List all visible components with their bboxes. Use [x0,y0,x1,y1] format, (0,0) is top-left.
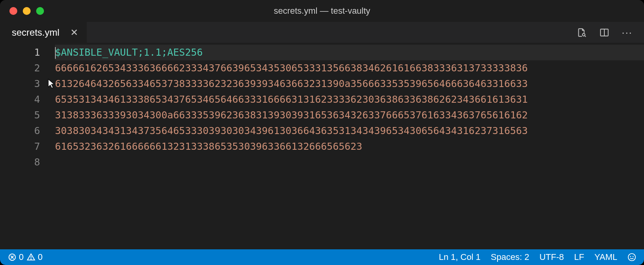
code-token: 6132646432656334653738333362323639393463… [55,78,528,89]
code-line[interactable]: $ANSIBLE_VAULT;1.1;AES256 [55,45,644,60]
code-token: $ANSIBLE_VAULT;1.1;AES256 [55,47,203,58]
warning-count: 0 [38,252,42,262]
line-number: 1 [0,45,40,60]
tab-secrets-yml[interactable]: secrets.yml ✕ [0,22,87,43]
editor-window: secrets.yml — test-vaulty secrets.yml ✕ [0,0,644,265]
warning-icon [27,253,35,261]
status-bar: 0 0 Ln 1, Col 1 Spaces: 2 UTF-8 LF YAML [0,249,644,265]
window-minimize-button[interactable] [23,7,31,15]
tab-bar: secrets.yml ✕ ··· [0,22,644,43]
code-content[interactable]: $ANSIBLE_VAULT;1.1;AES256666661626534333… [55,45,644,249]
status-warnings[interactable]: 0 [27,252,42,262]
line-number: 8 [0,154,40,170]
code-token: 3138333633393034300a66333539623638313930… [55,109,528,121]
status-eol[interactable]: LF [574,252,584,262]
code-line[interactable]: 3038303434313437356465333039303034396130… [55,123,644,139]
status-feedback-icon[interactable] [628,253,636,261]
tab-label: secrets.yml [12,27,59,38]
code-token: 6666616265343336366662333437663965343530… [55,62,528,74]
line-number: 7 [0,139,40,154]
line-number: 2 [0,60,40,76]
code-line[interactable]: 3138333633393034300a66333539623638313930… [55,107,644,123]
code-line[interactable] [55,154,644,170]
code-line[interactable]: 6132646432656334653738333362323639393463… [55,76,644,92]
line-number: 3 [0,76,40,92]
line-number-gutter: 12345678 [0,45,55,249]
more-actions-icon[interactable]: ··· [621,27,633,38]
line-number: 4 [0,92,40,107]
split-editor-icon[interactable] [598,27,610,38]
line-number: 6 [0,123,40,139]
tab-actions: ··· [576,22,644,43]
traffic-lights [0,7,44,15]
status-errors[interactable]: 0 [8,252,24,262]
line-number: 5 [0,107,40,123]
code-token: 6165323632616666661323133386535303963366… [55,141,362,152]
code-token: 3038303434313437356465333039303034396130… [55,125,528,136]
window-maximize-button[interactable] [36,7,44,15]
code-line[interactable]: 6535313434613338653437653465646633316666… [55,92,644,107]
status-encoding[interactable]: UTF-8 [540,252,564,262]
window-close-button[interactable] [9,7,17,15]
svg-point-8 [628,254,635,261]
error-icon [8,253,16,261]
code-token: 6535313434613338653437653465646633316666… [55,94,528,105]
close-icon[interactable]: ✕ [70,28,78,37]
titlebar: secrets.yml — test-vaulty [0,0,644,22]
svg-point-7 [31,259,31,259]
status-indentation[interactable]: Spaces: 2 [491,252,529,262]
smile-icon [628,253,636,261]
svg-point-0 [582,33,585,36]
code-line[interactable]: 6165323632616666661323133386535303963366… [55,139,644,154]
code-editor[interactable]: 12345678 $ANSIBLE_VAULT;1.1;AES256666661… [0,43,644,249]
code-line[interactable]: 6666616265343336366662333437663965343530… [55,60,644,76]
error-count: 0 [19,252,24,262]
window-title: secrets.yml — test-vaulty [0,6,644,16]
svg-point-9 [630,256,631,257]
status-cursor-position[interactable]: Ln 1, Col 1 [439,252,480,262]
find-file-icon[interactable] [576,27,587,38]
status-language[interactable]: YAML [595,252,617,262]
svg-point-10 [633,256,634,257]
